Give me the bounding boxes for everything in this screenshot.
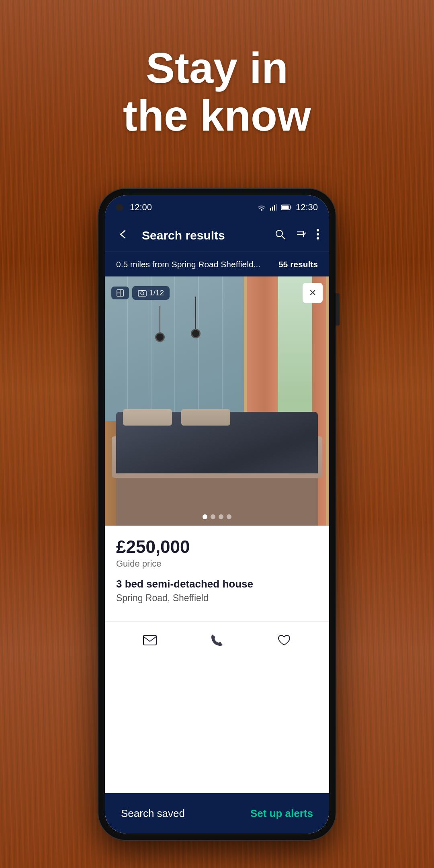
status-bar: 12:00	[105, 195, 329, 219]
property-image	[105, 276, 329, 526]
search-location: 0.5 miles from Spring Road Sheffield...	[116, 260, 260, 269]
status-left: 12:00	[116, 202, 152, 213]
dot-4	[227, 514, 231, 519]
property-price: £250,000	[116, 537, 318, 557]
svg-line-8	[282, 236, 285, 239]
dot-2	[211, 514, 215, 519]
photo-count: 1/12	[149, 289, 164, 297]
pendant-wire-left	[160, 306, 160, 332]
signal-icon	[270, 204, 277, 211]
property-type: 3 bed semi-detached house	[116, 578, 318, 590]
set-up-alerts-button[interactable]: Set up alerts	[250, 807, 313, 820]
dot-3	[219, 514, 223, 519]
headline: Stay in the know	[0, 44, 434, 140]
sort-icon[interactable]	[295, 229, 307, 243]
action-buttons	[105, 621, 329, 663]
dot-1	[203, 514, 207, 519]
nav-icons	[274, 229, 319, 243]
nav-bar: Search results	[105, 219, 329, 252]
svg-rect-2	[274, 205, 275, 211]
pendant-shade-right	[191, 329, 201, 338]
property-address: Spring Road, Sheffield	[116, 593, 318, 604]
favourite-button[interactable]	[270, 628, 298, 652]
svg-point-14	[317, 237, 319, 240]
close-icon: ✕	[309, 288, 316, 298]
phone-outer: 12:00	[98, 189, 336, 840]
search-saved-text: Search saved	[121, 807, 185, 820]
property-card[interactable]: 1/12 ✕	[105, 276, 329, 663]
results-count: 55 results	[278, 260, 318, 269]
headline-line1: Stay in	[0, 44, 434, 92]
status-right: 12:30	[257, 202, 318, 213]
svg-point-19	[141, 292, 144, 295]
svg-rect-6	[290, 206, 291, 209]
image-dots	[203, 514, 231, 519]
front-camera	[116, 204, 123, 211]
more-icon[interactable]	[316, 229, 319, 243]
pillow-left	[123, 409, 172, 426]
pendant-light-right	[190, 297, 201, 346]
svg-point-12	[317, 229, 319, 231]
status-time-right: 12:30	[296, 202, 318, 213]
pendant-light-left	[154, 306, 166, 346]
pillow-right	[181, 409, 231, 426]
email-button[interactable]	[136, 628, 164, 652]
svg-point-13	[317, 233, 319, 235]
battery-icon	[281, 205, 292, 210]
image-overlay: 1/12 ✕	[111, 283, 323, 303]
phone-screen: 12:00	[105, 195, 329, 833]
property-details: £250,000 Guide price 3 bed semi-detached…	[105, 526, 329, 621]
bed-area	[105, 389, 329, 526]
wifi-icon	[257, 204, 266, 211]
image-badges: 1/12	[111, 286, 170, 300]
svg-point-7	[276, 230, 283, 237]
property-image-container: 1/12 ✕	[105, 276, 329, 526]
phone-button[interactable]	[203, 628, 231, 652]
bottom-bar: Search saved Set up alerts	[105, 793, 329, 833]
close-button[interactable]: ✕	[303, 283, 323, 303]
svg-rect-18	[138, 291, 146, 296]
price-label: Guide price	[116, 559, 318, 569]
status-time-left: 12:00	[130, 202, 152, 213]
bedroom-scene	[105, 276, 329, 526]
search-info-bar: 0.5 miles from Spring Road Sheffield... …	[105, 252, 329, 276]
nav-title: Search results	[142, 229, 268, 242]
search-icon[interactable]	[274, 229, 286, 243]
photo-count-badge[interactable]: 1/12	[132, 286, 170, 300]
floor-plan-badge[interactable]	[111, 287, 129, 299]
svg-rect-1	[272, 207, 273, 211]
svg-rect-20	[143, 635, 156, 645]
phone-device: 12:00	[98, 189, 336, 840]
pendant-shade-left	[155, 332, 165, 342]
svg-rect-5	[282, 206, 289, 209]
svg-rect-3	[276, 204, 277, 211]
svg-rect-0	[270, 208, 271, 211]
back-button[interactable]	[115, 226, 132, 245]
headline-line2: the know	[0, 92, 434, 140]
